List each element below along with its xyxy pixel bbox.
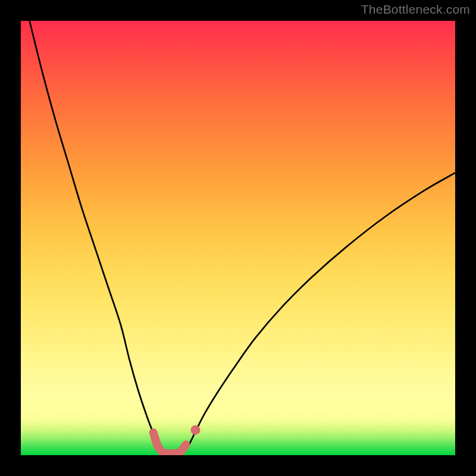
plot-area: [21, 21, 455, 455]
watermark-text: TheBottleneck.com: [361, 2, 470, 17]
chart-frame: TheBottleneck.com: [0, 0, 476, 476]
accent-segment: [154, 433, 186, 453]
left-curve-line: [30, 21, 162, 455]
accent-marker-dot: [190, 425, 200, 435]
curve-layer: [21, 21, 455, 455]
right-curve-line: [181, 173, 455, 456]
